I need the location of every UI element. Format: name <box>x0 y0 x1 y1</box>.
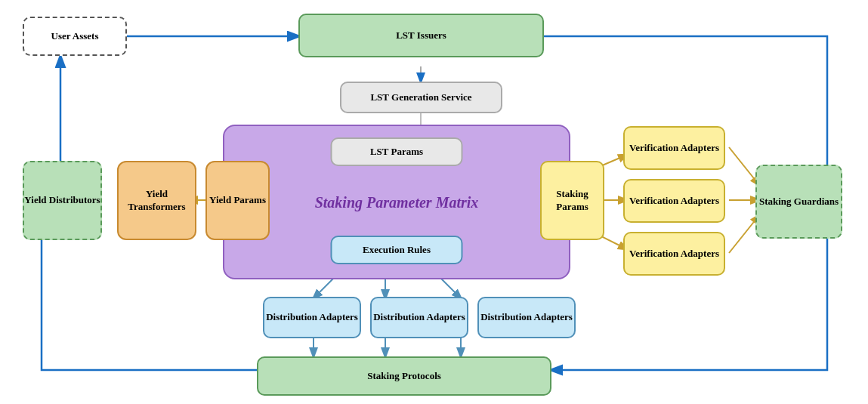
yield-distributors-box: Yield Distributors <box>23 161 102 240</box>
diagram: User Assets LST Issuers LST Generation S… <box>0 0 868 404</box>
distribution-adapters-3-label: Distribution Adapters <box>480 311 573 324</box>
yield-transformers-label: Yield Transformers <box>119 188 195 214</box>
lst-issuers-box: LST Issuers <box>298 14 544 57</box>
staking-protocols-box: Staking Protocols <box>257 356 551 396</box>
verification-adapters-3-box: Verification Adapters <box>623 232 725 276</box>
verification-adapters-1-box: Verification Adapters <box>623 126 725 170</box>
lst-params-box: LST Params <box>331 137 463 166</box>
user-assets-box: User Assets <box>23 17 127 56</box>
yield-transformers-box: Yield Transformers <box>117 161 196 240</box>
staking-guardians-box: Staking Guardians <box>755 165 842 239</box>
yield-params-box: Yield Params <box>205 161 270 240</box>
distribution-adapters-2-label: Distribution Adapters <box>373 311 465 324</box>
lst-generation-label: LST Generation Service <box>370 91 471 104</box>
lst-params-label: LST Params <box>370 146 423 159</box>
yield-params-label: Yield Params <box>209 194 266 207</box>
lst-generation-box: LST Generation Service <box>340 82 502 113</box>
distribution-adapters-2-box: Distribution Adapters <box>370 297 468 338</box>
execution-rules-label: Execution Rules <box>363 244 431 257</box>
user-assets-label: User Assets <box>51 30 99 43</box>
yield-distributors-label: Yield Distributors <box>24 194 100 207</box>
staking-protocols-label: Staking Protocols <box>367 370 441 383</box>
verification-adapters-3-label: Verification Adapters <box>629 248 719 261</box>
staking-matrix-box: LST Params Staking Parameter Matrix Exec… <box>223 125 570 279</box>
verification-adapters-1-label: Verification Adapters <box>629 142 719 155</box>
svg-line-12 <box>729 215 759 253</box>
verification-adapters-2-box: Verification Adapters <box>623 179 725 223</box>
execution-rules-box: Execution Rules <box>331 236 463 264</box>
svg-line-10 <box>729 147 759 185</box>
lst-issuers-label: LST Issuers <box>396 29 446 42</box>
staking-params-label: Staking Params <box>542 188 603 214</box>
staking-matrix-label: Staking Parameter Matrix <box>291 193 502 212</box>
distribution-adapters-1-box: Distribution Adapters <box>263 297 361 338</box>
staking-params-box: Staking Params <box>540 161 604 240</box>
verification-adapters-2-label: Verification Adapters <box>629 195 719 208</box>
distribution-adapters-3-box: Distribution Adapters <box>477 297 576 338</box>
distribution-adapters-1-label: Distribution Adapters <box>266 311 358 324</box>
staking-guardians-label: Staking Guardians <box>759 196 839 208</box>
